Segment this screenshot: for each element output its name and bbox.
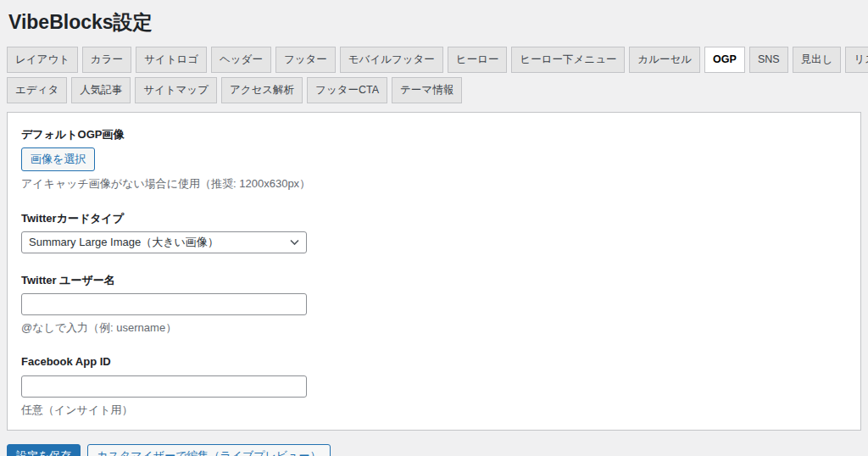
twitter-username-help: @なしで入力（例: username） <box>21 321 847 335</box>
facebook-app-id-input[interactable] <box>21 375 307 398</box>
tab-sns[interactable]: SNS <box>749 47 788 73</box>
tab-editor[interactable]: エディタ <box>7 77 67 103</box>
tab-carousel[interactable]: カルーセル <box>629 47 700 73</box>
tab-popular-posts[interactable]: 人気記事 <box>71 77 131 103</box>
tab-row-1: レイアウト カラー サイトロゴ ヘッダー フッター モバイルフッター ヒーロー … <box>7 47 861 73</box>
facebook-app-id-help: 任意（インサイト用） <box>21 403 847 417</box>
tab-site-logo[interactable]: サイトロゴ <box>136 47 207 73</box>
tab-list[interactable]: リスト <box>845 47 868 73</box>
tab-layout[interactable]: レイアウト <box>7 47 78 73</box>
default-ogp-image-label: デフォルトOGP画像 <box>21 128 847 142</box>
ogp-settings-panel: デフォルトOGP画像 画像を選択 アイキャッチ画像がない場合に使用（推奨: 12… <box>7 112 861 431</box>
tab-color[interactable]: カラー <box>82 47 131 73</box>
facebook-app-id-label: Facebook App ID <box>21 355 847 369</box>
twitter-username-label: Twitter ユーザー名 <box>21 274 847 287</box>
field-twitter-username: Twitter ユーザー名 @なしで入力（例: username） <box>21 274 847 336</box>
settings-page: VibeBlocks設定 レイアウト カラー サイトロゴ ヘッダー フッター モ… <box>0 0 868 456</box>
default-ogp-image-help: アイキャッチ画像がない場合に使用（推奨: 1200x630px） <box>21 177 847 191</box>
tab-theme-info[interactable]: テーマ情報 <box>392 77 462 103</box>
tab-ogp[interactable]: OGP <box>704 47 745 73</box>
tab-mobile-footer[interactable]: モバイルフッター <box>340 47 443 73</box>
twitter-card-type-select-wrap: Summary Large Image（大きい画像） <box>21 231 307 253</box>
select-image-button[interactable]: 画像を選択 <box>21 147 95 171</box>
tab-row-2: エディタ 人気記事 サイトマップ アクセス解析 フッターCTA テーマ情報 <box>7 77 861 103</box>
save-settings-button[interactable]: 設定を保存 <box>7 444 81 456</box>
tab-header[interactable]: ヘッダー <box>211 47 271 73</box>
field-default-ogp-image: デフォルトOGP画像 画像を選択 アイキャッチ画像がない場合に使用（推奨: 12… <box>21 128 847 192</box>
tab-sitemap[interactable]: サイトマップ <box>135 77 217 103</box>
page-title: VibeBlocks設定 <box>7 7 861 47</box>
tab-analytics[interactable]: アクセス解析 <box>221 77 303 103</box>
twitter-card-type-select[interactable]: Summary Large Image（大きい画像） <box>21 231 307 253</box>
tab-heading[interactable]: 見出し <box>793 47 842 73</box>
field-facebook-app-id: Facebook App ID 任意（インサイト用） <box>21 355 847 417</box>
tab-hero-sub-menu[interactable]: ヒーロー下メニュー <box>511 47 625 73</box>
tab-bar: レイアウト カラー サイトロゴ ヘッダー フッター モバイルフッター ヒーロー … <box>7 47 861 103</box>
tab-footer[interactable]: フッター <box>275 47 336 73</box>
twitter-username-input[interactable] <box>21 293 307 315</box>
twitter-card-type-label: Twitterカードタイプ <box>21 212 847 225</box>
tab-footer-cta[interactable]: フッターCTA <box>307 77 387 103</box>
footer-actions: 設定を保存 カスタマイザーで編集（ライブプレビュー） <box>7 444 861 456</box>
customizer-edit-button[interactable]: カスタマイザーで編集（ライブプレビュー） <box>87 444 330 456</box>
field-twitter-card-type: Twitterカードタイプ Summary Large Image（大きい画像） <box>21 212 847 253</box>
tab-hero[interactable]: ヒーロー <box>448 47 508 73</box>
